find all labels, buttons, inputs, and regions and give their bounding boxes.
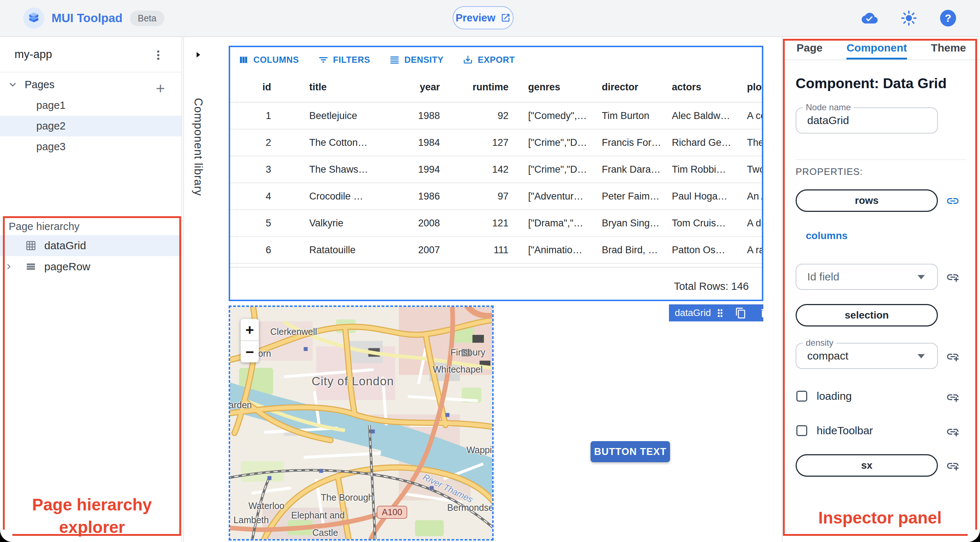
grid-cell: A ra… [744, 245, 762, 256]
tab-page[interactable]: Page [796, 36, 822, 59]
trash-icon [759, 307, 770, 319]
map-label: Elephant and [291, 510, 344, 521]
hide-toolbar-checkbox-row[interactable]: hideToolbar [796, 424, 873, 437]
toolpad-editor-window: MUI Toolpad Beta Preview [0, 0, 980, 542]
pages-list: page1page2page3 [0, 95, 181, 157]
grid-toolbar-export-button[interactable]: EXPORT [462, 54, 515, 65]
sidebar-item-page3[interactable]: page3 [0, 137, 181, 157]
add-link-icon [946, 425, 960, 439]
toolbar-label: COLUMNS [253, 55, 299, 65]
expand-right-icon[interactable] [194, 50, 203, 59]
map-label: Whitechapel [433, 364, 483, 375]
drag-handle[interactable] [715, 308, 725, 318]
app-title: MUI Toolpad [51, 11, 123, 25]
component-library-strip[interactable]: Component library [183, 36, 213, 542]
zoom-out-button[interactable]: − [241, 341, 259, 362]
help-button[interactable]: ? [938, 8, 958, 28]
toolpad-logo-icon [23, 8, 44, 29]
map-label: arden [229, 400, 252, 410]
table-row[interactable]: 1Beetlejuice198892["Comedy",…Tim BurtonA… [230, 103, 762, 130]
node-name-label: Node name [803, 102, 854, 113]
grid-cell: Two… [744, 164, 762, 175]
grid-cell: 1986 [410, 191, 446, 202]
column-header-title[interactable]: title [287, 82, 410, 93]
rows-binding-button[interactable] [946, 194, 960, 208]
component-library-label: Component library [192, 98, 205, 196]
table-row[interactable]: 3The Shaws…1994142["Crime","D…Frank Dara… [230, 156, 762, 183]
theme-toggle-button[interactable] [899, 8, 919, 28]
grid-cell: 1 [230, 110, 287, 122]
grid-cell: 1994 [410, 164, 446, 175]
duplicate-component-button[interactable] [735, 307, 747, 319]
column-header-actors[interactable]: actors [668, 82, 744, 93]
node-name-field[interactable]: Node name dataGrid [795, 107, 938, 134]
loading-label: loading [817, 390, 852, 402]
link-icon [946, 194, 960, 208]
grid-icon [25, 240, 36, 251]
hide-toolbar-checkbox[interactable] [796, 425, 807, 436]
column-header-genres[interactable]: genres [514, 82, 597, 93]
hierarchy-item-label: pageRow [44, 261, 91, 273]
dropdown-caret-icon [918, 275, 925, 279]
grid-icon [25, 240, 36, 251]
hierarchy-item-pageRow[interactable]: pageRow [0, 256, 181, 277]
preview-label: Preview [455, 12, 495, 24]
sx-property-button[interactable]: sx [795, 454, 938, 477]
sidebar-item-page1[interactable]: page1 [0, 95, 181, 116]
hide-toolbar-binding-button[interactable] [946, 425, 960, 439]
grid-toolbar-columns-button[interactable]: COLUMNS [238, 54, 299, 65]
grid-cell: Tim Robbi… [668, 164, 744, 175]
rows-icon [25, 261, 36, 272]
grid-cell: 142 [446, 164, 514, 175]
kebab-icon [152, 49, 164, 61]
grid-cell: 3 [230, 164, 287, 175]
grid-cell: 97 [446, 191, 514, 202]
preview-button[interactable]: Preview [453, 6, 514, 29]
zoom-in-button[interactable]: + [241, 319, 259, 340]
column-header-year[interactable]: year [410, 82, 446, 93]
pages-section-header[interactable]: Pages [0, 74, 181, 95]
grid-toolbar-filters-button[interactable]: FILTERS [318, 54, 370, 65]
cloud-sync-status-button[interactable] [859, 8, 880, 28]
open-in-new-icon [501, 13, 511, 23]
column-header-plot[interactable]: plot [744, 82, 762, 93]
loading-binding-button[interactable] [946, 390, 960, 404]
rows-property-button[interactable]: rows [795, 189, 938, 212]
chevron-right-icon[interactable] [0, 262, 17, 271]
column-header-id[interactable]: id [230, 82, 287, 93]
density-label: density [803, 338, 836, 348]
id-field-binding-button[interactable] [946, 270, 960, 284]
grid-cell: ["Crime","D… [514, 164, 597, 175]
id-field-select[interactable]: Id field [795, 264, 938, 290]
column-header-director[interactable]: director [597, 82, 668, 93]
add-link-icon [946, 350, 960, 364]
sx-binding-button[interactable] [946, 459, 960, 473]
grid-toolbar-density-button[interactable]: DENSITY [389, 54, 444, 65]
toolbar-label: DENSITY [404, 55, 444, 65]
column-header-runtime[interactable]: runtime [446, 82, 514, 93]
app-menu-button[interactable] [148, 45, 169, 65]
tab-component[interactable]: Component [846, 36, 907, 59]
density-binding-button[interactable] [946, 350, 960, 364]
map-label: The Borough [321, 492, 374, 503]
canvas-button-component[interactable]: BUTTON TEXT [590, 441, 670, 462]
datagrid-component[interactable]: COLUMNSFILTERSDENSITYEXPORT idtitleyearr… [229, 46, 763, 301]
sidebar: my-app Pages page1page2page3 Page hierar… [0, 36, 182, 542]
selection-property-button[interactable]: selection [795, 304, 938, 326]
loading-checkbox-row[interactable]: loading [796, 390, 852, 402]
cloud-done-icon [862, 10, 878, 27]
loading-checkbox[interactable] [796, 391, 807, 402]
table-row[interactable]: 5Valkyrie2008121["Drama","…Bryan Sing…To… [230, 210, 762, 237]
table-row[interactable]: 2The Cotton…1984127["Crime","D…Francis F… [230, 130, 762, 156]
map-component[interactable]: ClerkenwellFinsburyWhitechapelCity of Lo… [229, 305, 494, 540]
tab-theme[interactable]: Theme [931, 36, 966, 59]
columns-property-link[interactable]: columns [806, 230, 848, 242]
table-row[interactable]: 4Crocodile …198697["Adventur…Peter Faim…… [230, 183, 762, 210]
table-row[interactable]: 6Ratatouille2007111["Animatio…Brad Bird,… [230, 237, 762, 264]
delete-component-button[interactable] [759, 307, 770, 319]
properties-label: PROPERTIES: [795, 166, 863, 177]
hierarchy-item-dataGrid[interactable]: dataGrid [0, 235, 181, 256]
density-select[interactable]: density compact [795, 343, 938, 369]
sidebar-item-page2[interactable]: page2 [0, 116, 181, 137]
map-label: Lambeth [233, 515, 269, 525]
